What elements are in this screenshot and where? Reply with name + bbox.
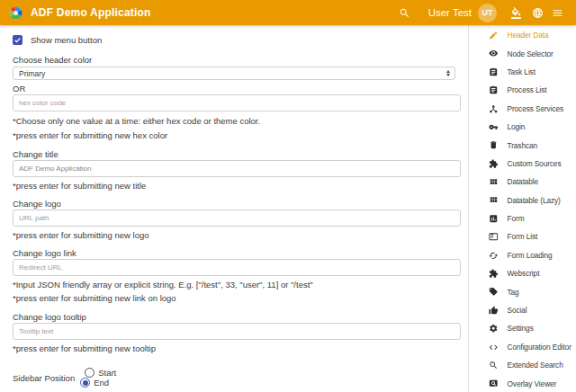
show-menu-label: Show menu button [31, 35, 102, 45]
radio-label: Start [98, 368, 116, 378]
sidebar-item-custom-sources[interactable]: Custom Sources [469, 155, 575, 173]
search-icon [489, 361, 499, 370]
thumb-up-icon [489, 306, 499, 316]
right-sidebar-menu: Header DataNode SelectorTask ListProcess… [469, 25, 575, 392]
sidebar-item-label: Extended Search [508, 361, 563, 370]
search-icon[interactable] [399, 7, 410, 19]
edit-icon [489, 31, 499, 40]
sidebar-item-label: Webscript [508, 269, 540, 278]
hex-color-input[interactable] [13, 94, 461, 111]
poll-icon [489, 214, 499, 224]
sidebar-item-label: Node Selector [508, 49, 554, 58]
color-fill-icon[interactable] [510, 7, 522, 19]
extension-icon [489, 269, 499, 279]
app-title: ADF Demo Application [31, 6, 151, 19]
hamburger-menu-icon[interactable] [552, 7, 563, 19]
sidebar-position-radio-end[interactable]: End [76, 378, 116, 388]
change-logo-label: Change logo [13, 199, 460, 209]
sidebar-item-social[interactable]: Social [469, 301, 575, 319]
sidebar-item-extended-search[interactable]: Extended Search [469, 356, 575, 374]
sidebar-item-label: Form [508, 214, 525, 223]
logo-note: *press enter for submitting new logo [13, 230, 460, 240]
sidebar-item-label: Form List [508, 232, 538, 241]
avatar[interactable]: UT [478, 4, 497, 22]
sidebar-item-label: Login [508, 122, 526, 131]
sidebar-item-node-selector[interactable]: Node Selector [469, 44, 575, 62]
sidebar-item-label: Settings [508, 324, 534, 333]
sidebar-item-task-list[interactable]: Task List [469, 63, 575, 81]
radio-circle-icon [85, 368, 94, 378]
logo-link-note-2: *press enter for submitting new link on … [13, 293, 460, 303]
grid-icon [489, 195, 499, 205]
show-menu-row: Show menu button [13, 34, 460, 45]
hex-note-1: *Choose only one value at a time: either… [13, 116, 460, 126]
header-color-label: Choose header color [13, 55, 460, 65]
check-icon [14, 36, 22, 44]
sidebar-item-label: Process Services [508, 104, 564, 113]
delete-icon [489, 140, 499, 150]
sidebar-item-datatable-lazy[interactable]: Datatable (Lazy) [469, 192, 575, 209]
app-header: ADF Demo Application User Test UT [0, 0, 576, 25]
show-menu-checkbox[interactable] [13, 35, 22, 45]
eye-icon [489, 49, 499, 58]
avatar-initials: UT [482, 8, 493, 17]
user-name[interactable]: User Test [428, 7, 472, 18]
gear-icon [489, 324, 499, 334]
sidebar-item-overlay-viewer[interactable]: Overlay Viewer [469, 374, 575, 392]
sidebar-item-tag[interactable]: Tag [469, 282, 575, 300]
adf-logo-icon [9, 6, 22, 20]
select-spinner-icon [446, 70, 450, 77]
sidebar-item-form-loading[interactable]: Form Loading [469, 246, 575, 264]
sidebar-item-form-list[interactable]: Form List [469, 227, 575, 245]
code-icon [489, 343, 499, 352]
sidebar-item-configuration-editor[interactable]: Configuration Editor [469, 338, 575, 356]
list-alt-icon [489, 232, 499, 242]
sidebar-item-label: Process List [508, 85, 547, 94]
assignment-icon [489, 85, 499, 95]
extension-icon [489, 159, 499, 169]
key-icon [489, 122, 499, 132]
sidebar-position-label: Sidebar Position [13, 373, 75, 383]
change-logo-link-input[interactable] [13, 259, 461, 276]
sidebar-item-form[interactable]: Form [469, 209, 575, 227]
pageview-icon [489, 379, 499, 388]
hex-note-2: *press enter for submitting new hex colo… [13, 130, 460, 140]
change-logo-link-label: Change logo link [13, 248, 460, 258]
sidebar-position-options: StartEnd [75, 368, 116, 388]
radio-label: End [94, 378, 109, 388]
tooltip-note: *press enter for submitting new tooltip [13, 343, 460, 353]
sidebar-item-process-list[interactable]: Process List [469, 81, 575, 99]
sidebar-item-login[interactable]: Login [469, 118, 575, 136]
grid-icon [489, 177, 499, 187]
sidebar-item-label: Overlay Viewer [508, 379, 557, 388]
sidebar-position-row: Sidebar Position StartEnd [13, 368, 460, 388]
header-data-settings-panel: Show menu button Choose header color Pri… [0, 25, 469, 392]
sidebar-item-label: Form Loading [508, 251, 553, 260]
header-color-select[interactable]: Primary [13, 67, 455, 80]
sidebar-item-trashcan[interactable]: Trashcan [469, 136, 575, 154]
sidebar-item-settings[interactable]: Settings [469, 319, 575, 337]
sidebar-item-header-data[interactable]: Header Data [469, 26, 575, 44]
change-title-input[interactable] [13, 160, 461, 177]
tag-icon [489, 287, 499, 297]
logo-link-note-1: *Input JSON friendly array or explicit s… [13, 280, 460, 290]
change-logo-tooltip-input[interactable] [13, 323, 461, 340]
sidebar-item-datatable[interactable]: Datatable [469, 173, 575, 191]
sidebar-item-label: Header Data [508, 31, 549, 40]
sidebar-item-label: Datatable (Lazy) [508, 196, 561, 205]
title-note: *press enter for submitting new title [13, 181, 460, 191]
language-icon[interactable] [532, 7, 544, 19]
sidebar-item-label: Configuration Editor [508, 343, 572, 352]
sidebar-position-radio-start[interactable]: Start [81, 368, 116, 378]
change-logo-input[interactable] [13, 209, 461, 227]
sidebar-item-webscript[interactable]: Webscript [469, 264, 575, 282]
sidebar-item-label: Datatable [508, 177, 539, 186]
cached-icon [489, 251, 499, 261]
device-hub-icon [489, 104, 499, 114]
or-label: OR [13, 84, 460, 94]
change-title-label: Change title [13, 149, 460, 159]
change-logo-tooltip-label: Change logo tooltip [13, 312, 460, 322]
sidebar-item-process-services[interactable]: Process Services [469, 100, 575, 118]
header-color-selected-value: Primary [19, 69, 45, 78]
sidebar-item-label: Social [508, 306, 527, 315]
